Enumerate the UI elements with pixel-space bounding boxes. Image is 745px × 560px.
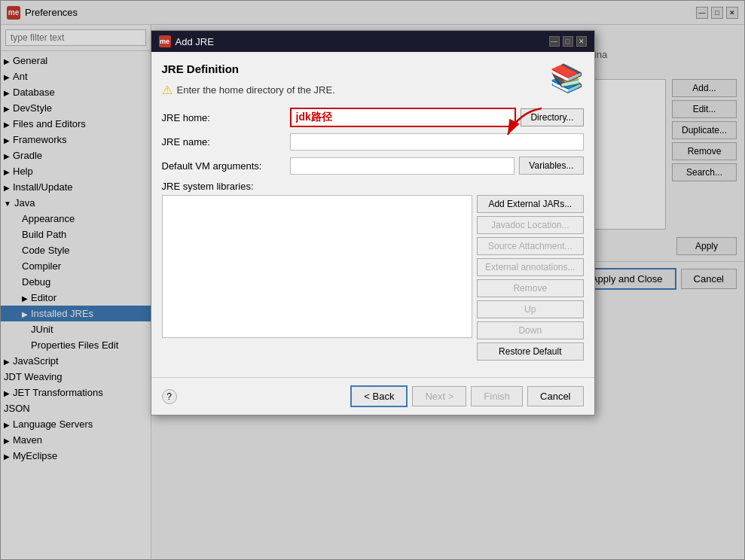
directory-button[interactable]: Directory... <box>521 108 583 126</box>
jre-home-input[interactable] <box>290 108 517 127</box>
modal-title: Add JRE <box>176 36 549 47</box>
cancel-button[interactable]: Cancel <box>527 386 583 406</box>
modal-help-button[interactable]: ? <box>162 389 177 404</box>
modal-section-title: JRE Definition <box>162 62 584 75</box>
add-jre-dialog: me Add JRE — □ ✕ JRE Definition 📚 ⚠ Ente… <box>151 30 595 415</box>
add-external-jars-button[interactable]: Add External JARs... <box>477 195 583 213</box>
modal-controls: — □ ✕ <box>549 36 587 47</box>
warning-icon: ⚠ <box>162 83 173 97</box>
libs-down-button[interactable]: Down <box>477 321 583 339</box>
jre-home-row: JRE home: Directory... <box>162 108 584 127</box>
source-attachment-button[interactable]: Source Attachment... <box>477 237 583 255</box>
jre-name-input[interactable] <box>290 133 584 151</box>
vm-args-input[interactable] <box>290 157 515 175</box>
modal-minimize-button[interactable]: — <box>549 36 560 47</box>
restore-default-button[interactable]: Restore Default <box>477 342 583 361</box>
libs-remove-button[interactable]: Remove <box>477 279 583 297</box>
jre-books-icon: 📚 <box>550 62 584 94</box>
modal-logo: me <box>159 35 171 47</box>
libs-list <box>162 195 473 338</box>
javadoc-location-button[interactable]: Javadoc Location... <box>477 216 583 234</box>
external-annotations-button[interactable]: External annotations... <box>477 258 583 276</box>
jre-name-label: JRE name: <box>162 136 290 148</box>
modal-titlebar: me Add JRE — □ ✕ <box>151 31 594 52</box>
modal-warning: ⚠ Enter the home directory of the JRE. <box>162 83 584 97</box>
back-button[interactable]: < Back <box>350 385 408 407</box>
modal-maximize-button[interactable]: □ <box>563 36 573 47</box>
finish-button[interactable]: Finish <box>471 386 523 406</box>
next-button[interactable]: Next > <box>412 386 466 406</box>
libs-buttons: Add External JARs... Javadoc Location...… <box>477 195 583 361</box>
sys-libs-label: JRE system libraries: <box>162 181 584 192</box>
system-libraries-section: JRE system libraries: Add External JARs.… <box>162 181 584 361</box>
modal-body: JRE Definition 📚 ⚠ Enter the home direct… <box>151 52 594 377</box>
modal-close-button[interactable]: ✕ <box>576 36 587 47</box>
vm-args-row: Default VM arguments: Variables... <box>162 157 584 175</box>
variables-button[interactable]: Variables... <box>519 157 583 175</box>
jre-name-row: JRE name: <box>162 133 584 151</box>
libs-area: Add External JARs... Javadoc Location...… <box>162 195 584 361</box>
libs-up-button[interactable]: Up <box>477 300 583 318</box>
warning-text: Enter the home directory of the JRE. <box>177 84 335 96</box>
vm-args-label: Default VM arguments: <box>162 160 290 172</box>
preferences-window: me Preferences — □ ✕ ▶General ▶Ant ▶Data… <box>0 0 745 560</box>
modal-overlay: me Add JRE — □ ✕ JRE Definition 📚 ⚠ Ente… <box>0 0 745 560</box>
modal-footer: ? < Back Next > Finish Cancel <box>151 377 594 415</box>
modal-footer-left: ? <box>162 389 347 404</box>
jre-home-label: JRE home: <box>162 112 290 123</box>
